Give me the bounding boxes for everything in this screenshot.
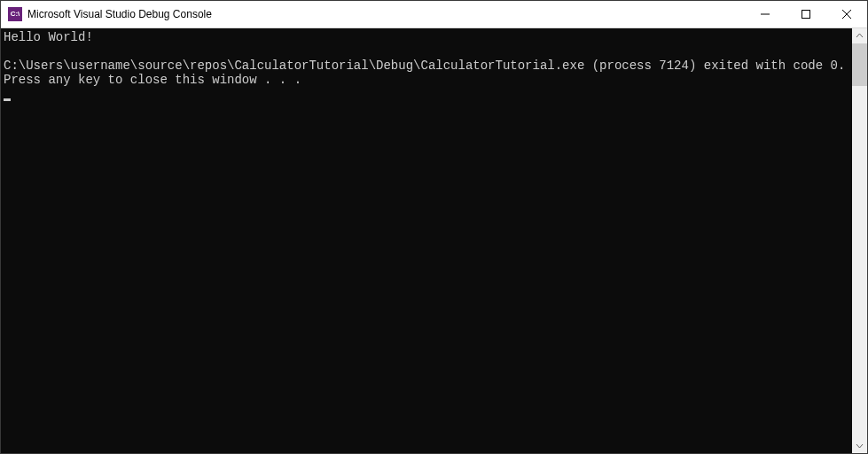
maximize-button[interactable] (786, 1, 826, 27)
vertical-scrollbar[interactable] (852, 28, 867, 453)
console-line: C:\Users\username\source\repos\Calculato… (4, 59, 845, 73)
titlebar[interactable]: C:\ Microsoft Visual Studio Debug Consol… (1, 1, 867, 28)
chevron-up-icon (856, 32, 864, 40)
window: C:\ Microsoft Visual Studio Debug Consol… (0, 0, 868, 454)
console-output[interactable]: Hello World! C:\Users\username\source\re… (1, 28, 852, 453)
scroll-thumb[interactable] (852, 43, 867, 86)
app-icon: C:\ (8, 7, 22, 21)
svg-rect-0 (802, 11, 810, 19)
close-button[interactable] (826, 1, 867, 27)
scroll-track[interactable] (852, 43, 867, 438)
window-title: Microsoft Visual Studio Debug Console (27, 8, 212, 20)
chevron-down-icon (856, 442, 864, 450)
close-icon (842, 10, 851, 19)
maximize-icon (802, 10, 810, 19)
scroll-up-button[interactable] (852, 28, 867, 43)
minimize-icon (761, 10, 770, 19)
console-line: Press any key to close this window . . . (4, 73, 301, 87)
window-controls (745, 1, 867, 27)
minimize-button[interactable] (745, 1, 786, 27)
cursor (4, 98, 11, 101)
scroll-down-button[interactable] (852, 438, 867, 453)
console-line: Hello World! (4, 30, 93, 44)
console-wrap: Hello World! C:\Users\username\source\re… (1, 28, 867, 453)
